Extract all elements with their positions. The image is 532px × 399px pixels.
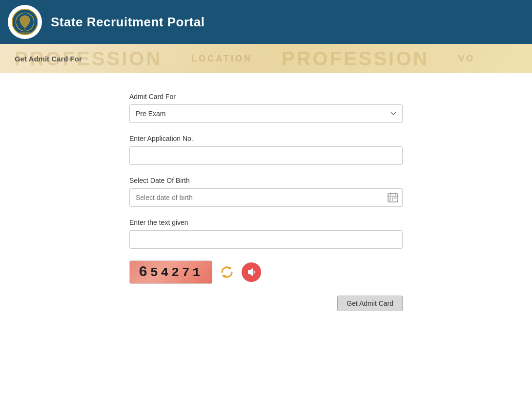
svg-text:Rajasthan: Rajasthan (20, 32, 30, 34)
svg-rect-8 (392, 198, 393, 199)
dob-input-wrapper (129, 188, 403, 207)
captcha-image: 654271 (129, 260, 212, 284)
captcha-display: 654271 (139, 264, 203, 280)
application-no-label: Enter Application No. (129, 135, 403, 142)
admit-card-label: Admit Card For (129, 93, 403, 100)
svg-rect-9 (394, 198, 396, 199)
dob-group: Select Date Of Birth (129, 177, 403, 207)
application-no-input[interactable] (129, 146, 403, 165)
main-content: Admit Card For Pre Exam Main Exam Final … (0, 73, 532, 399)
svg-rect-10 (389, 200, 391, 200)
admit-card-select[interactable]: Pre Exam Main Exam Final Exam (129, 104, 403, 123)
captcha-audio-button[interactable] (242, 262, 261, 282)
application-no-group: Enter Application No. (129, 135, 403, 165)
dob-label: Select Date Of Birth (129, 177, 403, 184)
captcha-refresh-button[interactable] (218, 263, 236, 281)
captcha-rest: 54271 (150, 265, 203, 280)
banner: PROFESSION LOCATION PROFESSION VO Get Ad… (0, 44, 532, 73)
admit-card-group: Admit Card For Pre Exam Main Exam Final … (129, 93, 403, 123)
captcha-text-label: Enter the text given (129, 219, 403, 226)
captcha-row: 654271 (129, 260, 403, 284)
captcha-text-group: Enter the text given (129, 219, 403, 249)
svg-rect-7 (389, 198, 391, 199)
calendar-icon[interactable] (387, 192, 399, 203)
svg-rect-11 (392, 200, 393, 200)
captcha-first-char: 6 (139, 264, 150, 280)
form-container: Admit Card For Pre Exam Main Exam Final … (129, 93, 403, 311)
logo: Rajasthan (8, 5, 42, 39)
submit-row: Get Admit Card (129, 296, 403, 311)
dob-input[interactable] (129, 188, 403, 207)
header-title: State Recruitment Portal (51, 15, 205, 30)
captcha-text-input[interactable] (129, 230, 403, 249)
get-admit-card-button[interactable]: Get Admit Card (337, 296, 403, 311)
svg-marker-14 (248, 268, 253, 276)
header: Rajasthan State Recruitment Portal (0, 0, 532, 44)
banner-label: Get Admit Card For (10, 53, 87, 65)
